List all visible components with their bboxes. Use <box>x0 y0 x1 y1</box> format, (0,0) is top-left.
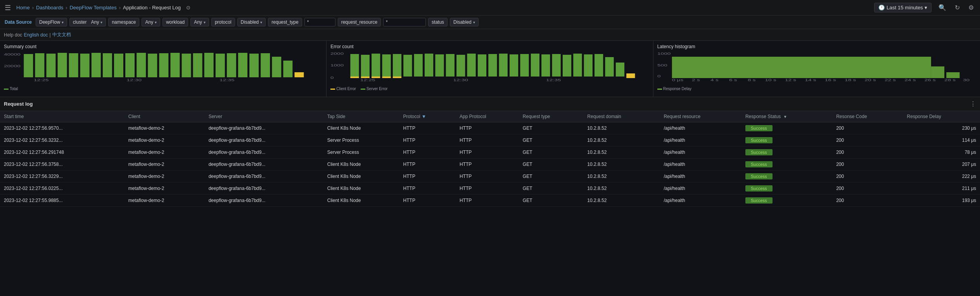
request-type-input[interactable] <box>304 18 335 26</box>
svg-rect-8 <box>92 53 101 77</box>
svg-text:16 s: 16 s <box>824 78 836 82</box>
svg-text:28 s: 28 s <box>944 78 956 82</box>
svg-rect-55 <box>531 54 539 77</box>
cell-tap-side: Client K8s Node <box>323 158 399 171</box>
svg-text:12:35: 12:35 <box>220 78 235 82</box>
protocol-chevron: ▾ <box>260 20 262 24</box>
cell-response-status: Success <box>741 158 832 171</box>
deepflow-filter[interactable]: DeepFlow ▾ <box>36 18 67 26</box>
breadcrumb-dashboards[interactable]: Dashboards <box>36 5 63 10</box>
table-row[interactable]: 2023-12-02 12:27:56.9570... metaflow-dem… <box>0 122 980 134</box>
cluster-label: cluster <box>73 19 86 25</box>
chevron-icon: ▾ <box>62 20 64 24</box>
cell-request-type: GET <box>519 146 583 158</box>
svg-rect-21 <box>238 53 247 77</box>
workload-filter[interactable]: Any ▾ <box>190 18 209 26</box>
svg-rect-23 <box>261 53 270 77</box>
settings-button[interactable]: ⚙ <box>967 2 975 13</box>
th-response-status[interactable]: Response Status ▼ <box>741 111 832 122</box>
th-request-resource[interactable]: Request resource <box>660 111 741 122</box>
cell-request-resource: /api/health <box>660 134 741 146</box>
cell-response-status: Success <box>741 134 832 146</box>
svg-rect-25 <box>283 61 292 77</box>
th-client[interactable]: Client <box>124 111 205 122</box>
th-request-domain[interactable]: Request domain <box>583 111 660 122</box>
datasource-label: Data Source <box>3 18 33 26</box>
svg-rect-46 <box>436 54 444 77</box>
error-count-panel: Error count 2000 1000 0 <box>327 41 653 97</box>
time-range-button[interactable]: 🕐 Last 15 minutes ▾ <box>874 3 932 12</box>
request-resource-input[interactable] <box>383 18 426 26</box>
th-start-time[interactable]: Start time <box>0 111 124 122</box>
svg-text:8 s: 8 s <box>748 78 756 82</box>
th-response-delay[interactable]: Response Delay <box>903 111 980 122</box>
protocol-filter[interactable]: Disabled ▾ <box>237 18 266 26</box>
svg-rect-51 <box>489 54 497 77</box>
breadcrumb-deepflow[interactable]: DeepFlow Templates <box>69 5 116 10</box>
summary-chart-legend: Total <box>4 87 322 91</box>
cell-request-domain: 10.2.8.52 <box>583 171 660 183</box>
th-app-protocol[interactable]: App Protocol <box>456 111 519 122</box>
status-badge: Success <box>745 125 773 131</box>
svg-rect-13 <box>148 54 157 77</box>
table-body: 2023-12-02 12:27:56.9570... metaflow-dem… <box>0 122 980 207</box>
cell-start-time: 2023-12-02 12:27:56.3232... <box>0 134 124 146</box>
breadcrumb-current: Application - Request Log <box>123 5 181 10</box>
table-row[interactable]: 2023-12-02 12:27:56.291748 metaflow-demo… <box>0 146 980 158</box>
menu-icon[interactable]: ☰ <box>5 3 11 12</box>
th-protocol[interactable]: Protocol ▼ <box>399 111 456 122</box>
table-row[interactable]: 2023-12-02 12:27:55.9885... metaflow-dem… <box>0 195 980 207</box>
th-tap-side[interactable]: Tap Side <box>323 111 399 122</box>
cell-client: metaflow-demo-2 <box>124 146 205 158</box>
svg-rect-49 <box>467 54 476 77</box>
cluster-filter[interactable]: cluster Any ▾ <box>69 18 106 26</box>
table-row[interactable]: 2023-12-02 12:27:56.0225... metaflow-dem… <box>0 183 980 195</box>
svg-rect-44 <box>414 54 423 77</box>
svg-rect-6 <box>69 53 78 77</box>
svg-rect-20 <box>227 53 236 77</box>
cell-response-code: 200 <box>832 183 903 195</box>
svg-text:1000: 1000 <box>330 63 344 67</box>
cell-protocol: HTTP <box>399 171 456 183</box>
cell-start-time: 2023-12-02 12:27:55.9885... <box>0 195 124 207</box>
svg-text:20 s: 20 s <box>864 78 876 82</box>
svg-rect-18 <box>204 53 214 77</box>
summary-chart-area: 40000 20000 <box>4 51 322 86</box>
chinese-doc-link[interactable]: 中文文档 <box>52 31 71 38</box>
table-section: Request log ⋮ Start time Client Server T… <box>0 97 980 207</box>
svg-rect-37 <box>372 54 380 77</box>
cell-start-time: 2023-12-02 12:27:56.3229... <box>0 171 124 183</box>
namespace-value: Any <box>145 19 153 25</box>
th-request-type[interactable]: Request type <box>519 111 583 122</box>
th-response-code[interactable]: Resonse Code <box>832 111 903 122</box>
breadcrumb-home[interactable]: Home <box>16 5 30 10</box>
share-icon[interactable]: ⊙ <box>186 5 190 10</box>
svg-rect-24 <box>272 57 281 77</box>
cell-request-domain: 10.2.8.52 <box>583 134 660 146</box>
namespace-filter[interactable]: Any ▾ <box>142 18 160 26</box>
cell-tap-side: Client K8s Node <box>323 171 399 183</box>
english-doc-link[interactable]: English doc <box>24 32 48 38</box>
svg-rect-64 <box>626 73 635 78</box>
cell-response-code: 200 <box>832 134 903 146</box>
cell-server: deepflow-grafana-6b7bd9... <box>205 146 323 158</box>
status-badge: Success <box>745 173 773 179</box>
table-options-icon[interactable]: ⋮ <box>970 100 976 108</box>
svg-rect-71 <box>672 57 931 78</box>
svg-rect-17 <box>193 53 202 77</box>
cluster-chevron: ▾ <box>100 20 102 24</box>
refresh-button[interactable]: ↻ <box>953 2 961 13</box>
svg-text:500: 500 <box>657 63 667 67</box>
status-filter[interactable]: Disabled ▾ <box>450 18 479 26</box>
cell-tap-side: Client K8s Node <box>323 195 399 207</box>
table-row[interactable]: 2023-12-02 12:27:56.3758... metaflow-dem… <box>0 158 980 171</box>
latency-chart-svg: 1000 500 0 0 μs 2 s 4 s 6 s 8 s 10 s 12 … <box>657 51 976 82</box>
table-row[interactable]: 2023-12-02 12:27:56.3232... metaflow-dem… <box>0 134 980 146</box>
search-button[interactable]: 🔍 <box>937 2 948 13</box>
cell-request-type: GET <box>519 134 583 146</box>
svg-text:2000: 2000 <box>330 52 344 56</box>
th-server[interactable]: Server <box>205 111 323 122</box>
table-row[interactable]: 2023-12-02 12:27:56.3229... metaflow-dem… <box>0 171 980 183</box>
cell-request-resource: /api/health <box>660 122 741 134</box>
cell-response-status: Success <box>741 146 832 158</box>
